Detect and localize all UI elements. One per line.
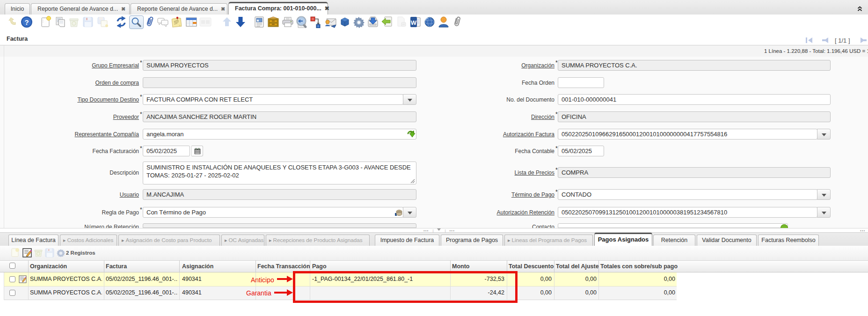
svg-text:W: W [411,19,417,26]
svg-text:?: ? [24,18,29,26]
